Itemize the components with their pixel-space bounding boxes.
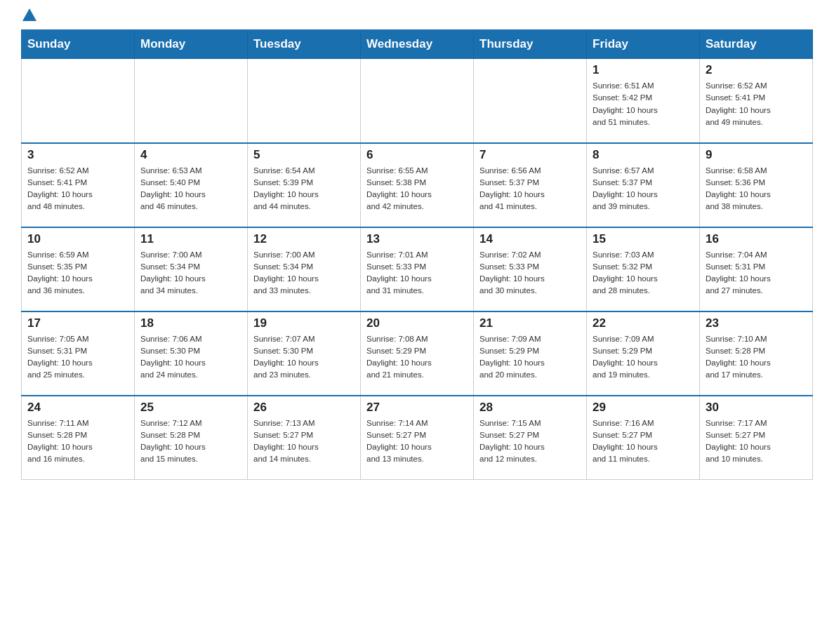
day-info: Sunrise: 6:54 AM Sunset: 5:39 PM Dayligh… — [253, 165, 355, 213]
day-info: Sunrise: 7:15 AM Sunset: 5:27 PM Dayligh… — [479, 417, 581, 466]
day-number: 12 — [253, 232, 355, 246]
week-row-5: 24Sunrise: 7:11 AM Sunset: 5:28 PM Dayli… — [22, 396, 813, 480]
week-row-1: 1Sunrise: 6:51 AM Sunset: 5:42 PM Daylig… — [22, 59, 813, 143]
calendar-cell: 4Sunrise: 6:53 AM Sunset: 5:40 PM Daylig… — [135, 143, 248, 227]
day-number: 15 — [593, 232, 694, 246]
day-info: Sunrise: 7:10 AM Sunset: 5:28 PM Dayligh… — [706, 333, 807, 382]
day-number: 2 — [706, 63, 807, 77]
calendar-cell: 12Sunrise: 7:00 AM Sunset: 5:34 PM Dayli… — [248, 227, 361, 311]
calendar-header-row: SundayMondayTuesdayWednesdayThursdayFrid… — [22, 30, 813, 59]
day-info: Sunrise: 6:58 AM Sunset: 5:36 PM Dayligh… — [706, 165, 807, 213]
day-number: 23 — [706, 316, 807, 330]
day-info: Sunrise: 7:14 AM Sunset: 5:27 PM Dayligh… — [366, 417, 468, 466]
calendar-cell: 10Sunrise: 6:59 AM Sunset: 5:35 PM Dayli… — [22, 227, 135, 311]
day-info: Sunrise: 7:09 AM Sunset: 5:29 PM Dayligh… — [593, 333, 694, 382]
day-info: Sunrise: 7:06 AM Sunset: 5:30 PM Dayligh… — [140, 333, 241, 382]
day-info: Sunrise: 7:03 AM Sunset: 5:32 PM Dayligh… — [593, 249, 694, 297]
day-number: 1 — [593, 63, 694, 77]
column-header-sunday: Sunday — [22, 30, 135, 59]
calendar-cell: 22Sunrise: 7:09 AM Sunset: 5:29 PM Dayli… — [587, 311, 700, 396]
day-info: Sunrise: 7:05 AM Sunset: 5:31 PM Dayligh… — [27, 333, 128, 382]
day-info: Sunrise: 7:02 AM Sunset: 5:33 PM Dayligh… — [479, 249, 581, 297]
calendar-cell: 28Sunrise: 7:15 AM Sunset: 5:27 PM Dayli… — [474, 396, 587, 480]
day-number: 17 — [27, 316, 128, 330]
day-info: Sunrise: 7:01 AM Sunset: 5:33 PM Dayligh… — [366, 249, 468, 297]
calendar-cell: 7Sunrise: 6:56 AM Sunset: 5:37 PM Daylig… — [474, 143, 587, 227]
logo-triangle-icon — [22, 8, 37, 22]
day-info: Sunrise: 7:07 AM Sunset: 5:30 PM Dayligh… — [253, 333, 355, 382]
day-info: Sunrise: 7:16 AM Sunset: 5:27 PM Dayligh… — [593, 417, 694, 466]
day-info: Sunrise: 6:55 AM Sunset: 5:38 PM Dayligh… — [366, 165, 468, 213]
day-info: Sunrise: 7:00 AM Sunset: 5:34 PM Dayligh… — [140, 249, 241, 297]
calendar-cell: 1Sunrise: 6:51 AM Sunset: 5:42 PM Daylig… — [587, 59, 700, 143]
calendar-cell: 26Sunrise: 7:13 AM Sunset: 5:27 PM Dayli… — [248, 396, 361, 480]
calendar-cell — [22, 59, 135, 143]
day-number: 3 — [27, 148, 128, 162]
calendar-cell — [248, 59, 361, 143]
calendar-cell: 25Sunrise: 7:12 AM Sunset: 5:28 PM Dayli… — [135, 396, 248, 480]
calendar-cell: 23Sunrise: 7:10 AM Sunset: 5:28 PM Dayli… — [700, 311, 813, 396]
calendar-cell: 6Sunrise: 6:55 AM Sunset: 5:38 PM Daylig… — [361, 143, 474, 227]
calendar-cell: 2Sunrise: 6:52 AM Sunset: 5:41 PM Daylig… — [700, 59, 813, 143]
page-header — [21, 14, 813, 22]
calendar-cell: 27Sunrise: 7:14 AM Sunset: 5:27 PM Dayli… — [361, 396, 474, 480]
calendar-cell — [135, 59, 248, 143]
day-number: 22 — [593, 316, 694, 330]
day-info: Sunrise: 7:17 AM Sunset: 5:27 PM Dayligh… — [706, 417, 807, 466]
calendar-cell: 17Sunrise: 7:05 AM Sunset: 5:31 PM Dayli… — [22, 311, 135, 396]
day-number: 11 — [140, 232, 241, 246]
day-number: 13 — [366, 232, 468, 246]
day-info: Sunrise: 6:56 AM Sunset: 5:37 PM Dayligh… — [479, 165, 581, 213]
calendar-cell: 9Sunrise: 6:58 AM Sunset: 5:36 PM Daylig… — [700, 143, 813, 227]
day-number: 9 — [706, 148, 807, 162]
column-header-wednesday: Wednesday — [361, 30, 474, 59]
day-info: Sunrise: 6:51 AM Sunset: 5:42 PM Dayligh… — [593, 80, 694, 128]
week-row-4: 17Sunrise: 7:05 AM Sunset: 5:31 PM Dayli… — [22, 311, 813, 396]
day-number: 18 — [140, 316, 241, 330]
day-info: Sunrise: 6:53 AM Sunset: 5:40 PM Dayligh… — [140, 165, 241, 213]
calendar-cell: 3Sunrise: 6:52 AM Sunset: 5:41 PM Daylig… — [22, 143, 135, 227]
day-info: Sunrise: 7:09 AM Sunset: 5:29 PM Dayligh… — [479, 333, 581, 382]
day-number: 8 — [593, 148, 694, 162]
column-header-tuesday: Tuesday — [248, 30, 361, 59]
calendar-cell: 11Sunrise: 7:00 AM Sunset: 5:34 PM Dayli… — [135, 227, 248, 311]
day-number: 5 — [253, 148, 355, 162]
day-number: 7 — [479, 148, 581, 162]
day-number: 4 — [140, 148, 241, 162]
day-number: 14 — [479, 232, 581, 246]
day-info: Sunrise: 7:00 AM Sunset: 5:34 PM Dayligh… — [253, 249, 355, 297]
calendar-cell: 8Sunrise: 6:57 AM Sunset: 5:37 PM Daylig… — [587, 143, 700, 227]
calendar-cell: 15Sunrise: 7:03 AM Sunset: 5:32 PM Dayli… — [587, 227, 700, 311]
calendar-cell: 16Sunrise: 7:04 AM Sunset: 5:31 PM Dayli… — [700, 227, 813, 311]
day-info: Sunrise: 7:04 AM Sunset: 5:31 PM Dayligh… — [706, 249, 807, 297]
day-number: 24 — [27, 401, 128, 415]
calendar-cell: 18Sunrise: 7:06 AM Sunset: 5:30 PM Dayli… — [135, 311, 248, 396]
day-number: 6 — [366, 148, 468, 162]
day-info: Sunrise: 6:57 AM Sunset: 5:37 PM Dayligh… — [593, 165, 694, 213]
calendar-cell: 21Sunrise: 7:09 AM Sunset: 5:29 PM Dayli… — [474, 311, 587, 396]
day-number: 19 — [253, 316, 355, 330]
week-row-3: 10Sunrise: 6:59 AM Sunset: 5:35 PM Dayli… — [22, 227, 813, 311]
day-number: 27 — [366, 401, 468, 415]
day-info: Sunrise: 6:52 AM Sunset: 5:41 PM Dayligh… — [706, 80, 807, 128]
day-info: Sunrise: 6:59 AM Sunset: 5:35 PM Dayligh… — [27, 249, 128, 297]
calendar-cell: 24Sunrise: 7:11 AM Sunset: 5:28 PM Dayli… — [22, 396, 135, 480]
svg-marker-0 — [22, 8, 37, 21]
day-info: Sunrise: 7:08 AM Sunset: 5:29 PM Dayligh… — [366, 333, 468, 382]
day-number: 20 — [366, 316, 468, 330]
calendar-cell: 29Sunrise: 7:16 AM Sunset: 5:27 PM Dayli… — [587, 396, 700, 480]
week-row-2: 3Sunrise: 6:52 AM Sunset: 5:41 PM Daylig… — [22, 143, 813, 227]
day-info: Sunrise: 7:11 AM Sunset: 5:28 PM Dayligh… — [27, 417, 128, 466]
calendar-cell: 14Sunrise: 7:02 AM Sunset: 5:33 PM Dayli… — [474, 227, 587, 311]
day-info: Sunrise: 7:12 AM Sunset: 5:28 PM Dayligh… — [140, 417, 241, 466]
day-number: 30 — [706, 401, 807, 415]
calendar-cell: 5Sunrise: 6:54 AM Sunset: 5:39 PM Daylig… — [248, 143, 361, 227]
calendar-cell — [474, 59, 587, 143]
calendar-cell: 19Sunrise: 7:07 AM Sunset: 5:30 PM Dayli… — [248, 311, 361, 396]
day-info: Sunrise: 6:52 AM Sunset: 5:41 PM Dayligh… — [27, 165, 128, 213]
day-number: 10 — [27, 232, 128, 246]
calendar-cell: 30Sunrise: 7:17 AM Sunset: 5:27 PM Dayli… — [700, 396, 813, 480]
calendar-cell: 20Sunrise: 7:08 AM Sunset: 5:29 PM Dayli… — [361, 311, 474, 396]
day-number: 16 — [706, 232, 807, 246]
day-number: 29 — [593, 401, 694, 415]
